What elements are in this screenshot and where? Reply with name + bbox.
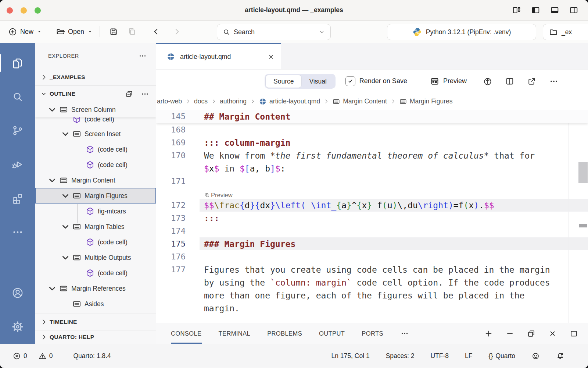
panel-tab-problems[interactable]: PROBLEMS [267,323,302,344]
editor-scrollbar[interactable] [578,110,588,323]
toggle-sidebar-icon[interactable] [531,6,540,15]
outline-item-screen-column[interactable]: Screen Column [35,102,156,117]
outline-more-icon[interactable] [141,90,149,98]
editor-line[interactable]: 168 [156,123,588,136]
outline-item-code-cell[interactable]: (code cell) [35,234,156,250]
chevron-down-icon[interactable] [46,282,59,295]
collapse-all-icon[interactable] [125,90,133,98]
activity-search[interactable] [0,80,35,114]
outline-item-margin-references[interactable]: Margin References [35,281,156,296]
maximize-panel-icon[interactable] [569,329,578,338]
toggle-panel-icon[interactable] [550,6,559,15]
open-external-icon[interactable] [527,77,537,86]
outline-item-code-cell[interactable]: (code cell) [35,157,156,173]
customize-layout-icon[interactable] [512,6,521,15]
outline-item-code-cell[interactable]: (code cell) [35,117,156,126]
editor-line[interactable]: $x$ in $[a, b]$: [156,162,588,175]
status-indentation[interactable]: Spaces: 2 [386,352,415,360]
outline-item-screen-inset[interactable]: Screen Inset [35,126,156,142]
explorer-more-icon[interactable] [138,52,147,60]
outline-item-code-cell[interactable]: (code cell) [35,265,156,281]
section-outline[interactable]: OUTLINE [35,85,156,102]
breadcrumb-item[interactable]: Margin Content [332,98,387,106]
chevron-down-icon[interactable] [59,251,72,264]
activity-settings[interactable] [0,310,35,344]
chevron-down-icon[interactable] [59,189,72,202]
section-quarto-help[interactable]: QUARTO: HELP [35,330,156,344]
editor-line[interactable]: 172$$\frac{d}{dx}\left( \int_{a}^{x} f(u… [156,199,588,212]
minimize-panel-icon[interactable] [505,329,514,338]
editor-line[interactable]: 171 [156,175,588,188]
mode-source-button[interactable]: Source [266,75,301,88]
status-notifications[interactable] [556,352,564,360]
editor-line[interactable]: margin. [156,302,588,315]
activity-additional-views[interactable] [0,215,35,249]
workspace-button[interactable]: _ex [543,24,588,40]
status-language-mode[interactable]: {}Quarto [488,352,515,360]
editor-line[interactable]: 176 [156,250,588,263]
editor-line[interactable]: 170We know from *the first fundamental t… [156,149,588,162]
restore-panel-icon[interactable] [527,329,536,338]
tab-article-layout[interactable]: article-layout.qmd [156,43,281,69]
editor-line[interactable]: 169::: column-margin [156,136,588,149]
breadcrumb-item[interactable]: Margin Figures [399,98,453,106]
editor-line[interactable]: 177Figures that you create using code ce… [156,263,588,276]
outline-item-margin-content[interactable]: Margin Content [35,173,156,188]
breadcrumb-item[interactable]: authoring [220,98,247,105]
activity-source-control[interactable] [0,114,35,148]
activity-accounts[interactable] [0,276,35,310]
render-on-save-checkbox[interactable] [345,76,355,86]
chevron-down-icon[interactable] [59,127,72,141]
toggle-secondary-sidebar-icon[interactable] [569,6,578,15]
panel-tab-console[interactable]: CONSOLE [171,323,202,344]
open-button[interactable]: Open [54,26,95,38]
breadcrumb-item[interactable]: docs [194,98,208,105]
chevron-down-icon[interactable] [46,174,59,187]
breadcrumb-item[interactable]: article-layout.qmd [259,98,320,106]
preview-button[interactable]: Preview [430,77,467,86]
preview-codelens[interactable]: Preview [204,192,233,199]
status-encoding[interactable]: UTF-8 [430,352,449,360]
close-tab-icon[interactable] [267,53,275,61]
activity-explorer[interactable] [0,46,35,80]
breadcrumb-item[interactable]: arto-web [157,98,182,105]
outline-item-code-cell[interactable]: (code cell) [35,142,156,157]
navigate-forward-button[interactable] [171,25,183,38]
sticky-scroll-line[interactable]: 145## Margin Content [156,110,588,123]
editor-line[interactable]: more than one figure, each of the figure… [156,289,588,302]
panel-tab-ports[interactable]: PORTS [362,323,383,344]
chevron-down-icon[interactable] [59,220,72,233]
section-examples[interactable]: _EXAMPLES [35,69,156,85]
status-feedback[interactable] [531,352,540,360]
new-button[interactable]: New [6,26,44,38]
save-button[interactable] [107,25,120,38]
panel-tab-terminal[interactable]: TERMINAL [219,323,251,344]
scrollbar-thumb[interactable] [578,162,588,183]
activity-extensions[interactable] [0,181,35,215]
chevron-down-icon[interactable] [46,103,59,116]
status-cursor-position[interactable]: Ln 175, Col 1 [331,352,370,360]
editor-line[interactable]: by using the `column: margin` code cell … [156,276,588,289]
outline-item-margin-figures[interactable]: Margin Figures [35,188,156,204]
activity-run-and-debug[interactable] [0,148,35,181]
search-input[interactable]: Search [217,24,331,40]
editor-line[interactable]: 175### Margin Figures [156,237,588,250]
close-panel-icon[interactable] [548,329,557,338]
outline-item-fig-mtcars[interactable]: fig-mtcars [35,204,156,219]
panel-more[interactable] [400,323,409,344]
status-warnings[interactable]: 0 [38,352,53,360]
section-timeline[interactable]: TIMELINE [35,314,156,330]
editor-line[interactable]: 173::: [156,212,588,224]
outline-item-asides[interactable]: Asides [35,296,156,312]
more-actions-icon[interactable] [549,77,559,86]
chevron-down-icon[interactable] [319,29,325,35]
publish-icon[interactable] [483,77,492,86]
status-eol[interactable]: LF [465,352,472,360]
status-errors[interactable]: 0 [12,352,27,360]
mode-visual-button[interactable]: Visual [301,75,334,88]
editor-content[interactable]: 145## Margin Content168169::: column-mar… [156,110,588,323]
outline-item-margin-tables[interactable]: Margin Tables [35,219,156,234]
outline-item-multiple-outputs[interactable]: Multiple Outputs [35,250,156,265]
panel-tab-output[interactable]: OUTPUT [319,323,345,344]
editor-line[interactable]: 174 [156,224,588,237]
